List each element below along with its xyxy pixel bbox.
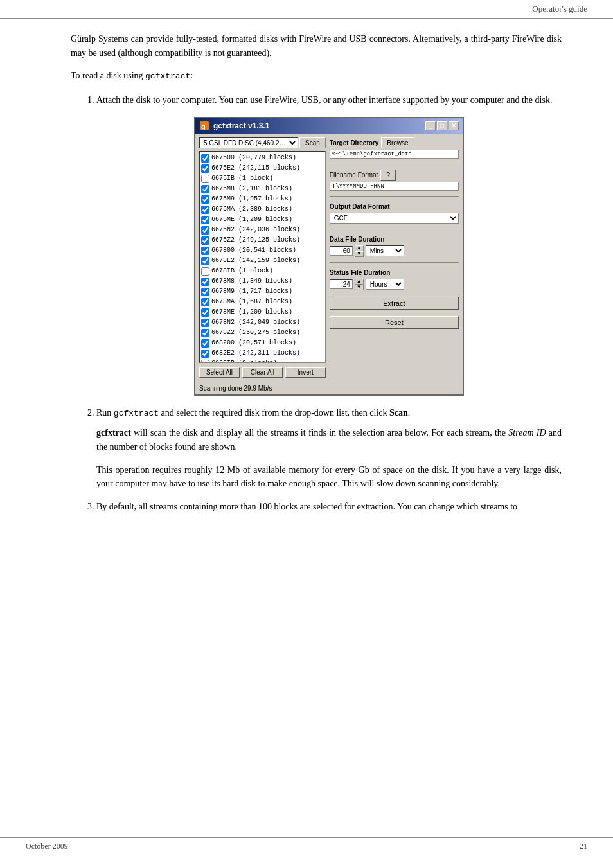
stream-list-item: 6678E2 (242,159 blocks) [201, 256, 324, 266]
status-file-unit-select[interactable]: Mins Hours Days [366, 279, 404, 290]
divider-2 [330, 196, 459, 197]
stream-label-17: 6678Z2 (250,275 blocks) [211, 328, 300, 337]
stream-checkbox-10[interactable] [201, 257, 209, 265]
stream-label-13: 6678M9 (1,717 blocks) [211, 287, 292, 296]
stream-list-item: 6678Z2 (250,275 blocks) [201, 328, 324, 338]
stream-label-16: 6678N2 (242,049 blocks) [211, 318, 300, 326]
data-file-mins-input[interactable] [330, 246, 353, 256]
step-2: Run gcfxtract and select the required di… [96, 406, 562, 491]
stream-checkbox-14[interactable] [201, 298, 209, 306]
scan-button[interactable]: Scan [299, 137, 326, 148]
filename-format-label: Filename Format [330, 170, 378, 180]
stream-list-item: 667500 (20,779 blocks) [201, 153, 324, 163]
disk-dropdown[interactable]: 5 GSL DFD DISC (4,460.2… [199, 137, 298, 148]
right-panel: Target Directory Browse Filename Format … [330, 137, 459, 378]
stream-list-item: 6682IB (2 blocks) [201, 359, 324, 363]
stream-checkbox-13[interactable] [201, 288, 209, 296]
step2-italic-stream: Stream ID [508, 428, 546, 438]
status-file-down-arrow[interactable]: ▼ [355, 285, 364, 290]
data-file-duration-label: Data File Duration [330, 235, 459, 244]
data-file-spinner: ▲ ▼ [355, 245, 364, 257]
filename-format-group: Filename Format ? [330, 170, 459, 191]
browse-button[interactable]: Browse [381, 137, 414, 148]
output-format-select[interactable]: GCF SAC MiniSEED [330, 213, 459, 224]
stream-label-20: 6682IB (2 blocks) [211, 359, 277, 363]
stream-list-item: 667800 (20,541 blocks) [201, 245, 324, 256]
dialog-title: gcfxtract v1.3.1 [213, 120, 269, 132]
stream-checkbox-8[interactable] [201, 236, 209, 245]
stream-checkbox-5[interactable] [201, 206, 209, 214]
invert-button[interactable]: Invert [285, 367, 326, 378]
stream-checkbox-20[interactable] [201, 360, 209, 363]
stream-list-item: 6678MA (1,687 blocks) [201, 297, 324, 307]
stream-list-item: 6682E2 (242,311 blocks) [201, 348, 324, 359]
stream-label-4: 6675M9 (1,957 blocks) [211, 195, 292, 203]
filename-help-button[interactable]: ? [380, 170, 396, 181]
stream-list-item: 6678N2 (242,049 blocks) [201, 317, 324, 328]
restore-button[interactable]: □ [437, 121, 447, 130]
main-content: Güralp Systems can provide fully-tested,… [0, 19, 613, 534]
stream-label-14: 6678MA (1,687 blocks) [211, 297, 292, 306]
reset-button[interactable]: Reset [330, 316, 459, 329]
status-file-hours-input[interactable] [330, 279, 353, 289]
stream-list-item: 6678M9 (1,717 blocks) [201, 287, 324, 297]
target-dir-group: Target Directory Browse [330, 137, 459, 159]
stream-checkbox-19[interactable] [201, 350, 209, 358]
stream-checkbox-11[interactable] [201, 267, 209, 276]
bottom-buttons: Select All Clear All Invert [199, 367, 326, 378]
stream-checkbox-1[interactable] [201, 164, 209, 173]
data-file-duration-row: ▲ ▼ Mins Hours Days [330, 245, 459, 257]
step2-gcfxtract-bold: gcfxtract [96, 428, 131, 438]
clear-all-button[interactable]: Clear All [242, 367, 283, 378]
stream-checkbox-12[interactable] [201, 278, 209, 286]
disk-select-row: 5 GSL DFD DISC (4,460.2… Scan [199, 137, 326, 148]
data-file-unit-select[interactable]: Mins Hours Days [366, 245, 404, 256]
divider-1 [330, 164, 459, 164]
step2-run: Run gcfxtract and select the required di… [96, 408, 410, 418]
window-buttons: _ □ ✕ [425, 121, 459, 130]
extract-button[interactable]: Extract [330, 297, 459, 310]
status-file-duration-label: Status File Duration [330, 268, 459, 278]
stream-checkbox-0[interactable] [201, 154, 209, 163]
target-dir-row: Target Directory Browse [330, 137, 459, 148]
step2-para2: This operation requires roughly 12 Mb of… [96, 463, 562, 491]
filename-format-row: Filename Format ? [330, 170, 459, 181]
output-format-row: GCF SAC MiniSEED [330, 213, 459, 224]
stream-checkbox-3[interactable] [201, 185, 209, 193]
stream-label-11: 6678IB (1 block) [211, 267, 273, 275]
step-1: Attach the disk to your computer. You ca… [96, 93, 562, 396]
stream-checkbox-17[interactable] [201, 329, 209, 337]
titlebar-left: g gcfxtract v1.3.1 [199, 120, 269, 132]
minimize-button[interactable]: _ [425, 121, 436, 130]
target-dir-input[interactable] [330, 150, 459, 159]
status-file-spinner: ▲ ▼ [355, 279, 364, 290]
stream-checkbox-4[interactable] [201, 195, 209, 204]
stream-list-item: 6678M8 (1,849 blocks) [201, 276, 324, 287]
stream-listbox[interactable]: 667500 (20,779 blocks)6675E2 (242,115 bl… [199, 151, 326, 363]
stream-label-10: 6678E2 (242,159 blocks) [211, 256, 300, 265]
stream-checkbox-2[interactable] [201, 175, 209, 183]
stream-label-19: 6682E2 (242,311 blocks) [211, 349, 300, 357]
dialog-window: g gcfxtract v1.3.1 _ □ ✕ [194, 117, 464, 396]
stream-label-0: 667500 (20,779 blocks) [211, 154, 296, 162]
close-button[interactable]: ✕ [449, 121, 459, 130]
step2-code: gcfxtract [114, 409, 159, 418]
stream-checkbox-9[interactable] [201, 247, 209, 255]
stream-checkbox-15[interactable] [201, 308, 209, 317]
select-all-button[interactable]: Select All [199, 367, 240, 378]
stream-list-item: 668200 (20,571 blocks) [201, 338, 324, 348]
stream-label-6: 6675ME (1,209 blocks) [211, 215, 292, 224]
filename-format-input[interactable] [330, 182, 459, 191]
stream-label-18: 668200 (20,571 blocks) [211, 339, 296, 347]
stream-list-item: 6678ME (1,209 blocks) [201, 307, 324, 317]
stream-list-item: 6675E2 (242,115 blocks) [201, 163, 324, 173]
stream-checkbox-7[interactable] [201, 226, 209, 235]
page-footer: October 2009 21 [0, 837, 613, 855]
data-file-down-arrow[interactable]: ▼ [355, 251, 364, 257]
stream-list-item: 6675N2 (242,036 blocks) [201, 225, 324, 235]
stream-list-item: 6675M8 (2,181 blocks) [201, 184, 324, 194]
stream-checkbox-6[interactable] [201, 216, 209, 224]
stream-label-7: 6675N2 (242,036 blocks) [211, 226, 300, 234]
stream-checkbox-18[interactable] [201, 339, 209, 348]
stream-checkbox-16[interactable] [201, 319, 209, 327]
